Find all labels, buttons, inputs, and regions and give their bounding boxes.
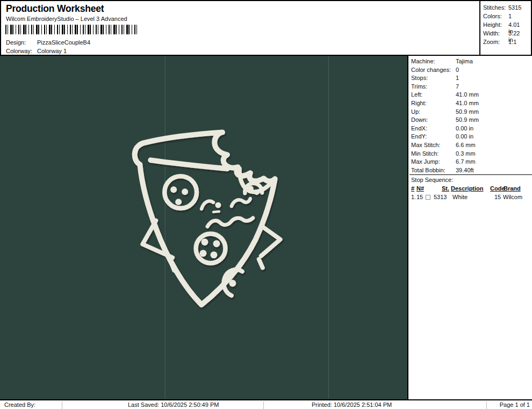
info-row-endx: EndX:0.00 in <box>409 125 532 133</box>
design-label: Design: <box>6 39 37 46</box>
page-title: Production Worksheet <box>6 3 104 14</box>
pepperoni-dot <box>202 238 209 245</box>
info-row-endy: EndY:0.00 in <box>409 133 532 141</box>
right-arm-hand <box>259 259 263 268</box>
worksheet-footer: Created By: Last Saved: 10/6/2025 2:50:4… <box>0 399 532 409</box>
design-value: PizzaSliceCoupleB4 <box>37 39 90 46</box>
machine-info-list: Machine:Tajima Color changes:0 Stops:1 T… <box>409 57 532 174</box>
stop-sequence-title: Stop Sequence: <box>411 177 453 183</box>
pepperoni-dot <box>229 280 236 287</box>
brow-squiggle-right <box>232 199 250 206</box>
printed-timestamp: Printed: 10/6/2025 2:51:04 PM <box>312 401 392 408</box>
footer-divider <box>486 401 487 409</box>
info-row-down: Down:50.9 mm <box>409 116 532 125</box>
info-row-right: Right:41.0 mm <box>409 99 532 108</box>
info-row-trims: Trims:7 <box>409 83 532 91</box>
brow-blob <box>215 202 221 208</box>
flap-dot <box>248 186 254 191</box>
stitch-group <box>135 132 281 304</box>
worksheet-header: Production Worksheet Wilcom EmbroiderySt… <box>0 0 532 56</box>
row-description: White <box>452 194 468 200</box>
info-row-min-stitch: Min Stitch:0.3 mm <box>409 150 532 158</box>
row-brand: Wilcom <box>503 194 522 200</box>
header-divider <box>479 1 480 55</box>
info-row-machine: Machine:Tajima <box>409 57 532 66</box>
info-row-up: Up:50.9 mm <box>409 108 532 116</box>
pepperoni-center <box>196 233 226 263</box>
pepperoni-dot <box>170 186 177 193</box>
info-row-stops: Stops:1 <box>409 74 532 83</box>
created-by-label: Created By: <box>4 401 35 408</box>
footer-divider <box>62 401 62 409</box>
colorway-label: Colorway: <box>6 48 37 54</box>
col-stitches: St. <box>442 185 449 192</box>
row-stitches: 5313 <box>434 194 447 200</box>
col-needle: N# <box>416 185 424 192</box>
production-worksheet-page: Production Worksheet Wilcom EmbroiderySt… <box>0 0 532 409</box>
stop-sequence-header: # N# St. Description Code Brand <box>409 185 532 193</box>
brow-dash <box>213 211 219 212</box>
page-number: Page 1 of 1 <box>500 401 530 408</box>
machine-info-panel: Machine:Tajima Color changes:0 Stops:1 T… <box>409 56 532 399</box>
info-row-max-stitch: Max Stitch:6.6 mm <box>409 141 532 150</box>
brow-squiggle-left <box>202 201 213 209</box>
row-needle: 15 <box>416 194 423 200</box>
pepperoni-dot <box>213 240 220 247</box>
footer-divider <box>263 401 264 409</box>
info-row-left: Left:41.0 mm <box>409 91 532 99</box>
table-row: 1. 15 5313 White 15 Wilcom <box>409 194 532 202</box>
col-num: # <box>411 185 414 192</box>
crust-inner-line <box>150 160 227 169</box>
barcode <box>5 25 139 34</box>
design-canvas <box>0 56 408 399</box>
col-brand: Brand <box>504 185 521 192</box>
info-row-color-changes: Color changes:0 <box>409 66 532 75</box>
app-subtitle: Wilcom EmbroideryStudio – Level 3 Advanc… <box>6 16 127 22</box>
col-code: Code <box>490 185 505 192</box>
design-row: Design:PizzaSliceCoupleB4 <box>6 39 90 46</box>
pepperoni-dot <box>175 199 182 205</box>
row-code: 15 <box>494 194 501 200</box>
info-row-total-bobbin: Total Bobbin:39.40ft <box>409 166 532 175</box>
pepperoni-dot <box>200 250 207 257</box>
info-row-max-jump: Max Jump:6.7 mm <box>409 158 532 166</box>
stop-sequence-divider <box>409 174 532 175</box>
right-arm <box>261 228 281 256</box>
flap-dot <box>254 189 260 195</box>
thread-color-checkbox[interactable] <box>426 195 430 200</box>
mouth-wave <box>207 218 253 227</box>
row-num: 1. <box>411 194 416 200</box>
colorway-value: Colorway 1 <box>37 48 67 54</box>
pepperoni-dot <box>182 188 188 195</box>
pizza-slice-design <box>0 56 407 399</box>
last-saved-timestamp: Last Saved: 10/6/2025 2:50:49 PM <box>128 401 219 408</box>
colorway-row: Colorway:Colorway 1 <box>6 48 67 54</box>
col-description: Description <box>451 185 484 192</box>
pepperoni-dot <box>210 251 217 258</box>
